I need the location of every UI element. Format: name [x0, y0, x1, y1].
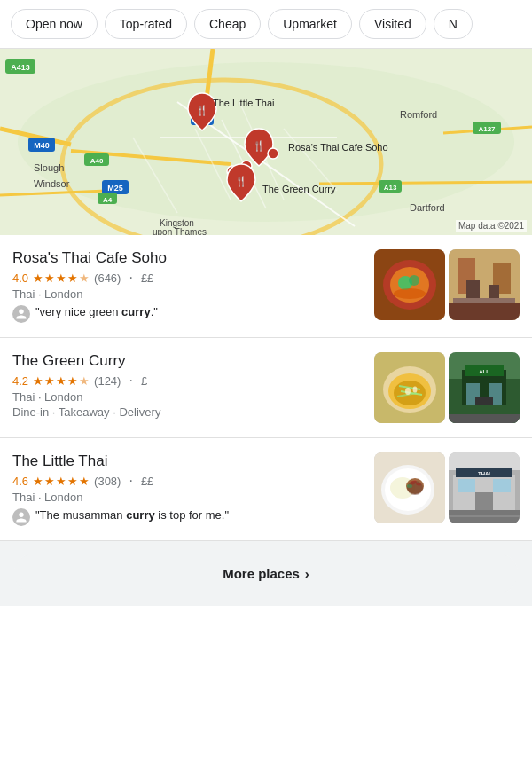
svg-text:A40: A40	[90, 157, 104, 165]
chip-open-now[interactable]: Open now	[11, 9, 98, 39]
dot-sep: ·	[129, 270, 132, 286]
svg-rect-59	[453, 298, 515, 303]
star-2: ★	[44, 271, 55, 285]
review-text-little-thai: "The musamman curry is top for me."	[35, 507, 229, 523]
result-item-rosas-thai[interactable]: Rosa's Thai Cafe Soho 4.0 ★ ★ ★ ★ ★ (646…	[0, 235, 532, 338]
photo-1-green-curry	[374, 352, 445, 423]
result-name-little-thai: The Little Thai	[12, 452, 364, 470]
svg-text:The Little Thai: The Little Thai	[213, 98, 275, 108]
more-places-button[interactable]: More places ›	[14, 554, 518, 593]
svg-text:Dartford: Dartford	[410, 202, 445, 213]
result-info-little-thai: The Little Thai 4.6 ★ ★ ★ ★ ★ (308) · ££…	[12, 452, 364, 526]
star-4: ★	[67, 475, 78, 488]
price-little-thai: ££	[141, 475, 153, 488]
svg-text:A413: A413	[11, 63, 30, 72]
rating-row-rosas-thai: 4.0 ★ ★ ★ ★ ★ (646) · ££	[12, 270, 364, 286]
star-1: ★	[33, 475, 43, 488]
svg-text:THAI: THAI	[478, 471, 490, 476]
svg-rect-56	[449, 303, 520, 320]
svg-text:M40: M40	[34, 141, 50, 150]
more-places-label: More places	[223, 566, 300, 581]
result-item-green-curry[interactable]: The Green Curry 4.2 ★ ★ ★ ★ ★ (124) · £ …	[0, 338, 532, 438]
review-count-little-thai: (308)	[94, 475, 121, 488]
star-3: ★	[56, 271, 66, 285]
more-places-container: More places ›	[0, 541, 532, 606]
more-places-arrow: ›	[305, 566, 309, 581]
svg-point-67	[405, 388, 411, 395]
svg-point-51	[409, 275, 419, 286]
results-list: Rosa's Thai Cafe Soho 4.0 ★ ★ ★ ★ ★ (646…	[0, 235, 532, 541]
category-rosas-thai: Thai · London	[12, 287, 364, 301]
svg-rect-92	[475, 492, 493, 510]
svg-text:🍴: 🍴	[196, 104, 208, 116]
review-count-green-curry: (124)	[94, 374, 121, 388]
stars-little-thai: ★ ★ ★ ★ ★	[33, 475, 90, 488]
photo-1-little-thai	[374, 452, 445, 523]
stars-green-curry: ★ ★ ★ ★ ★	[33, 374, 90, 388]
stars-rosas-thai: ★ ★ ★ ★ ★	[33, 271, 90, 285]
svg-point-42	[268, 148, 278, 159]
svg-point-68	[413, 387, 418, 393]
svg-text:Windsor: Windsor	[34, 178, 70, 189]
chip-cheap[interactable]: Cheap	[194, 9, 261, 39]
dot-sep: ·	[129, 373, 132, 389]
svg-text:ALL: ALL	[479, 369, 489, 374]
star-3: ★	[56, 374, 66, 388]
svg-rect-91	[493, 479, 511, 492]
svg-text:A13: A13	[384, 184, 397, 192]
star-2: ★	[44, 374, 55, 388]
filter-bar: Open now Top-rated Cheap Upmarket Visite…	[0, 0, 532, 49]
map-copyright: Map data ©2021	[456, 220, 527, 232]
star-5: ★	[79, 271, 90, 285]
svg-rect-90	[458, 479, 475, 492]
svg-text:M25: M25	[107, 184, 123, 193]
star-1: ★	[33, 374, 43, 388]
result-info-green-curry: The Green Curry 4.2 ★ ★ ★ ★ ★ (124) · £ …	[12, 352, 364, 422]
svg-line-8	[319, 182, 532, 184]
svg-text:🍴: 🍴	[235, 175, 247, 187]
photos-green-curry: ALL	[374, 352, 520, 423]
svg-rect-75	[449, 414, 520, 423]
star-4: ★	[67, 271, 78, 285]
avatar-rosas-thai	[12, 305, 30, 323]
star-3: ★	[56, 475, 66, 488]
chip-top-rated[interactable]: Top-rated	[105, 9, 187, 39]
svg-text:A127: A127	[478, 125, 496, 133]
star-4: ★	[67, 374, 78, 388]
rating-row-little-thai: 4.6 ★ ★ ★ ★ ★ (308) · ££	[12, 473, 364, 489]
services-green-curry: Dine-in · Takeaway · Delivery	[12, 405, 364, 419]
svg-text:Rosa's Thai Cafe Soho: Rosa's Thai Cafe Soho	[288, 142, 388, 153]
svg-text:A4: A4	[103, 196, 113, 204]
rating-number-green-curry: 4.2	[12, 374, 28, 388]
category-little-thai: Thai · London	[12, 491, 364, 504]
svg-text:🍴: 🍴	[253, 139, 265, 152]
star-5: ★	[79, 475, 90, 488]
star-2: ★	[44, 475, 55, 488]
photo-1-rosas-thai	[374, 249, 445, 320]
photos-little-thai: THAI	[374, 452, 520, 523]
chip-more[interactable]: N	[434, 9, 473, 39]
svg-text:Romford: Romford	[400, 109, 437, 120]
map-area[interactable]: A413 M40 M25 A40 A4 M1 A127 A13 Romford …	[0, 49, 532, 235]
result-info-rosas-thai: Rosa's Thai Cafe Soho 4.0 ★ ★ ★ ★ ★ (646…	[12, 249, 364, 323]
result-name-rosas-thai: Rosa's Thai Cafe Soho	[12, 249, 364, 267]
star-1: ★	[33, 271, 43, 285]
price-green-curry: £	[141, 374, 147, 388]
result-name-green-curry: The Green Curry	[12, 352, 364, 370]
photo-2-green-curry: ALL	[449, 352, 520, 423]
svg-rect-74	[475, 397, 493, 405]
chip-upmarket[interactable]: Upmarket	[268, 9, 352, 39]
review-text-rosas-thai: "very nice green curry."	[35, 304, 158, 320]
review-count-rosas-thai: (646)	[94, 271, 121, 285]
dot-sep: ·	[129, 473, 132, 489]
snippet-rosas-thai: "very nice green curry."	[12, 304, 364, 323]
photos-rosas-thai	[374, 249, 520, 320]
result-item-little-thai[interactable]: The Little Thai 4.6 ★ ★ ★ ★ ★ (308) · ££…	[0, 438, 532, 541]
svg-point-52	[394, 288, 426, 299]
rating-row-green-curry: 4.2 ★ ★ ★ ★ ★ (124) · £	[12, 373, 364, 389]
photo-2-little-thai: THAI	[449, 452, 520, 523]
avatar-little-thai	[12, 508, 30, 526]
category-green-curry: Thai · London	[12, 390, 364, 404]
snippet-little-thai: "The musamman curry is top for me."	[12, 507, 364, 526]
chip-visited[interactable]: Visited	[359, 9, 426, 39]
